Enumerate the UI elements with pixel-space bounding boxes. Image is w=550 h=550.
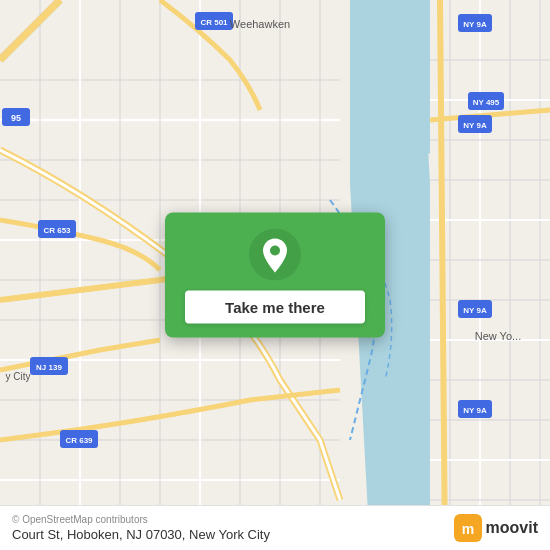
svg-text:95: 95 [11,113,21,123]
svg-text:CR 639: CR 639 [65,436,93,445]
svg-text:New Yo...: New Yo... [475,330,521,342]
svg-text:CR 653: CR 653 [43,226,71,235]
location-pin-icon [249,229,301,281]
svg-rect-5 [430,0,550,550]
svg-text:y City: y City [6,371,31,382]
svg-text:NY 9A: NY 9A [463,121,487,130]
svg-text:NY 9A: NY 9A [463,20,487,29]
svg-text:NY 9A: NY 9A [463,306,487,315]
svg-text:NY 9A: NY 9A [463,406,487,415]
svg-text:Weehawken: Weehawken [230,18,290,30]
moovit-icon: m [454,514,482,542]
map-container: 95 CR 501 CR 653 NJ 139 CR 639 NY 9A NY … [0,0,550,550]
svg-text:NJ 139: NJ 139 [36,363,62,372]
moovit-logo: m moovit [454,514,538,542]
bottom-bar: © OpenStreetMap contributors Court St, H… [0,505,550,550]
svg-text:CR 501: CR 501 [200,18,228,27]
address-text: Court St, Hoboken, NJ 07030, New York Ci… [12,527,270,542]
svg-text:NY 495: NY 495 [473,98,500,107]
svg-text:m: m [461,521,473,537]
copyright-text: © OpenStreetMap contributors [12,514,270,525]
svg-point-65 [270,246,280,256]
moovit-label: moovit [486,519,538,537]
take-me-there-button[interactable]: Take me there [185,291,365,324]
destination-card: Take me there [165,213,385,338]
